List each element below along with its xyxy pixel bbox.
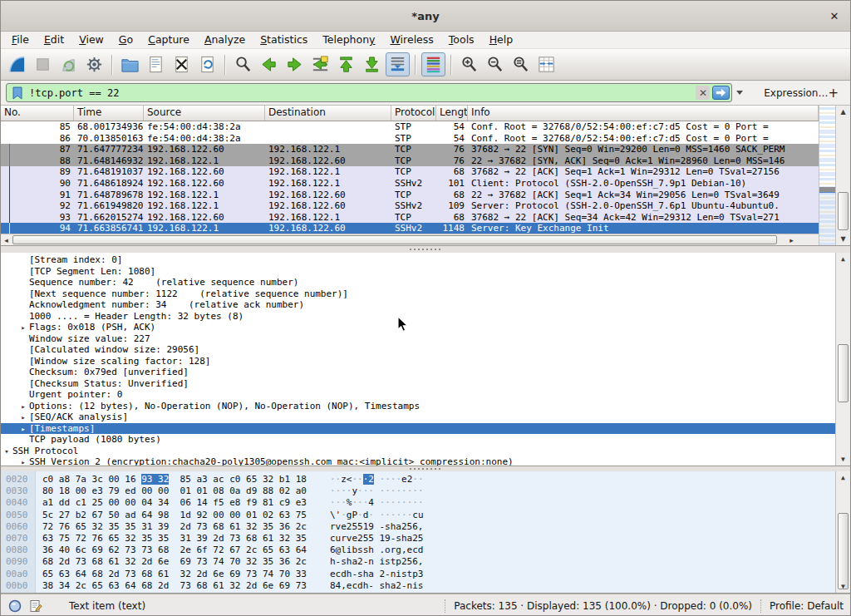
hscroll-thumb[interactable] [12,235,777,244]
display-filter-input[interactable]: !tcp.port == 22 [25,87,696,99]
menu-file[interactable]: File [4,32,37,48]
go-back-icon[interactable] [257,52,281,76]
find-packet-icon[interactable] [231,52,255,76]
auto-scroll-icon[interactable] [386,52,410,76]
vscroll-up-arrow-icon[interactable]: ▲ [836,106,850,117]
bytes-scroll-down-icon[interactable]: ▼ [836,581,850,592]
detail-line[interactable]: [Calculated window size: 29056] [1,344,835,356]
packet-row[interactable]: 9071.648618924192.168.122.60192.168.122.… [1,178,819,190]
menu-go[interactable]: Go [111,32,140,48]
filter-bookmark-icon[interactable] [10,86,25,101]
save-file-icon[interactable] [144,52,168,76]
expression-button[interactable]: Expression… [764,87,828,99]
column-header-destination[interactable]: Destination [265,106,391,121]
restart-capture-icon[interactable] [57,52,81,76]
expert-info-icon[interactable] [7,599,22,614]
detail-line[interactable]: Urgent pointer: 0 [1,389,835,401]
detail-line[interactable]: ▸[Timestamps] [1,423,835,435]
column-header-length[interactable]: Length [436,106,468,121]
packet-row[interactable]: 9171.648789678192.168.122.1192.168.122.6… [1,190,819,201]
details-vscrollbar[interactable]: ▲ ▼ [835,253,850,466]
expander-open-icon[interactable]: ▾ [1,446,12,457]
filter-apply-icon[interactable] [712,86,730,100]
hex-row[interactable]: 003080 18 00 e3 79 ed 00 00 01 01 08 0a … [6,485,835,497]
expander-closed-icon[interactable]: ▸ [17,412,29,423]
filter-add-button[interactable]: + [828,86,839,101]
detail-line[interactable]: [Checksum Status: Unverified] [1,378,835,390]
detail-line[interactable]: 1000 .... = Header Length: 32 bytes (8) [1,311,835,323]
packet-list-hscrollbar[interactable]: ◂ ▸ [1,234,819,245]
start-capture-icon[interactable] [5,52,29,76]
menu-help[interactable]: Help [482,32,521,48]
detail-line[interactable]: ▸SSH Version 2 (encryption:chacha20-poly… [1,456,835,466]
packet-row[interactable]: 8771.647777234192.168.122.60192.168.122.… [1,144,819,155]
detail-line[interactable]: [Next sequence number: 1122 (relative se… [1,288,835,300]
hex-row[interactable]: 006072 76 65 32 35 35 31 39 2d 73 68 61 … [6,521,835,533]
hscroll-left-arrow-icon[interactable]: ◂ [1,235,12,245]
resize-columns-icon[interactable] [534,52,558,76]
colorize-icon[interactable] [421,52,445,76]
hex-row[interactable]: 007063 75 72 76 65 32 35 35 31 39 2d 73 … [6,533,835,545]
stop-capture-icon[interactable] [31,52,55,76]
detail-line[interactable]: ▸Options: (12 bytes), No-Operation (NOP)… [1,401,835,412]
detail-line[interactable]: [Stream index: 0] [1,254,835,266]
capture-comment-icon[interactable] [28,599,43,614]
detail-line[interactable]: [TCP Segment Len: 1080] [1,266,835,278]
hex-row[interactable]: 00a065 63 64 68 2d 73 68 61 32 2d 6e 69 … [6,569,835,580]
menu-edit[interactable]: Edit [37,32,71,48]
hex-row[interactable]: 00b038 34 2c 65 63 64 68 2d 73 68 61 32 … [6,580,835,592]
bytes-scroll-up-icon[interactable]: ▲ [836,472,850,483]
packet-row[interactable]: 8871.648146932192.168.122.1192.168.122.6… [1,155,819,167]
go-first-packet-icon[interactable] [334,52,358,76]
packet-list-vscrollbar[interactable]: ▲ ▼ [835,106,850,245]
close-file-icon[interactable] [170,52,194,76]
zoom-original-icon[interactable] [509,52,533,76]
hscroll-right-arrow-icon[interactable]: ▸ [786,235,797,245]
open-file-icon[interactable] [118,52,142,76]
column-header-protocol[interactable]: Protocol [391,106,436,121]
expander-closed-icon[interactable]: ▸ [17,402,29,412]
hex-row[interactable]: 008036 40 6c 69 62 73 73 68 2e 6f 72 67 … [6,545,835,556]
hex-row[interactable]: 0040a1 dd c1 25 00 00 04 34 06 14 f5 e8 … [6,497,835,509]
display-filter-field[interactable]: !tcp.port == 22 ✕ [6,83,732,102]
expander-closed-icon[interactable]: ▸ [17,424,29,435]
expander-closed-icon[interactable]: ▸ [17,457,29,466]
packet-row[interactable]: 8971.648191037192.168.122.60192.168.122.… [1,166,819,178]
details-scroll-thumb[interactable] [838,344,849,402]
go-to-packet-icon[interactable] [308,52,332,76]
bytes-vscrollbar[interactable]: ▲ ▼ [835,471,850,593]
packet-list-minimap[interactable] [819,106,835,245]
detail-line[interactable]: Acknowledgment number: 34 (relative ack … [1,299,835,311]
detail-line[interactable]: ▾SSH Protocol [1,446,835,457]
pane-splitter-top[interactable] [1,246,850,253]
filter-clear-icon[interactable]: ✕ [696,86,710,100]
details-scroll-up-icon[interactable]: ▲ [836,254,850,264]
menu-analyze[interactable]: Analyze [197,32,253,48]
vscroll-down-arrow-icon[interactable]: ▼ [836,234,850,244]
hex-row[interactable]: 00505c 27 b2 67 50 ad 64 98 1d 92 00 00 … [6,510,835,521]
zoom-in-icon[interactable] [457,52,481,76]
filter-history-dropdown[interactable] [734,83,745,102]
menu-capture[interactable]: Capture [140,32,197,48]
window-close-button[interactable]: ✕ [827,8,842,23]
menu-tools[interactable]: Tools [441,32,482,48]
packet-row[interactable]: 9271.661949820192.168.122.1192.168.122.6… [1,200,819,212]
expander-closed-icon[interactable]: ▸ [17,323,29,333]
go-last-packet-icon[interactable] [360,52,384,76]
detail-line[interactable]: Sequence number: 42 (relative sequence n… [1,277,835,288]
menu-view[interactable]: View [71,32,111,48]
column-header-no[interactable]: No. [1,106,74,121]
go-forward-icon[interactable] [283,52,307,76]
column-header-info[interactable]: Info [468,106,819,121]
menu-wireless[interactable]: Wireless [383,32,441,48]
packet-row[interactable]: 9371.662015274192.168.122.60192.168.122.… [1,212,819,224]
packet-row[interactable]: 8670.013850163fe:54:00:d4:38:2aSTP54Conf… [1,133,819,145]
reload-file-icon[interactable] [195,52,219,76]
capture-options-icon[interactable] [82,52,106,76]
status-profile[interactable]: Profile: Default [770,600,844,612]
vscroll-thumb[interactable] [838,192,849,230]
hex-row[interactable]: 0020c0 a8 7a 3c 00 16 93 32 85 a3 ac c0 … [6,474,835,485]
detail-line[interactable]: TCP payload (1080 bytes) [1,434,835,446]
detail-line[interactable]: [Window size scaling factor: 128] [1,356,835,367]
hex-row[interactable]: 009068 2d 73 68 61 32 2d 6e 69 73 74 70 … [6,556,835,568]
